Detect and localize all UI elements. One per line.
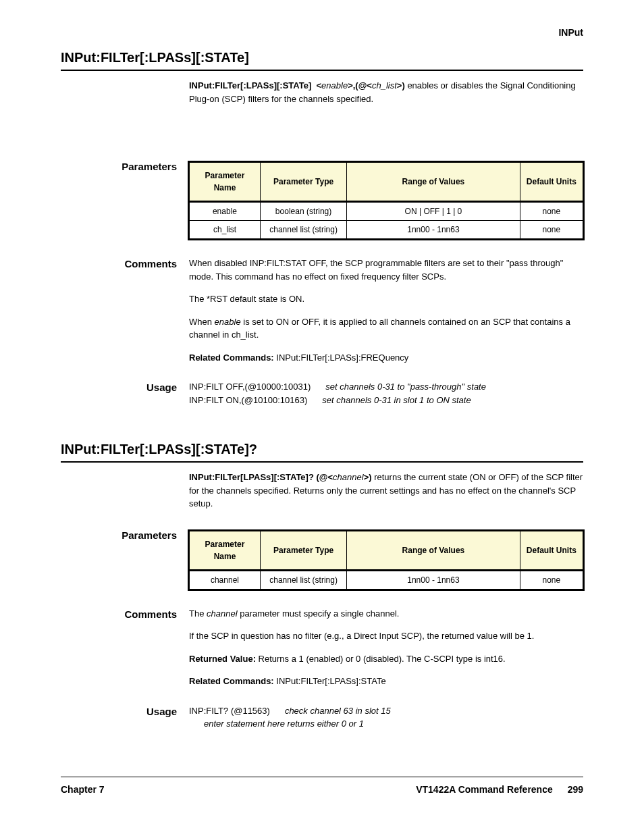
section1-syntax-block: INPut:FILTer[:LPASs][:STATe] <enable>,(@… <box>61 79 583 105</box>
comments-label: Comments <box>61 257 189 373</box>
usage-label: Usage <box>61 704 189 731</box>
col-type: Parameter Type <box>260 163 346 202</box>
parameters-label: Parameters <box>61 528 189 590</box>
footer-chapter: Chapter 7 <box>61 784 105 795</box>
usage-label: Usage <box>61 380 189 407</box>
list-item: The channel parameter must specify a sin… <box>189 607 583 621</box>
page-number: 299 <box>568 784 583 795</box>
section1-params-table: Parameter Name Parameter Type Range of V… <box>189 162 583 239</box>
document-page: INPut INPut:FILTer[:LPASs][:STATe] INPut… <box>0 0 644 834</box>
usage-row: enter statement here returns either 0 or… <box>189 717 583 731</box>
section2-syntax-block: INPut:FILTer[LPASs][:STATe]? (@<channel>… <box>61 471 583 511</box>
usage-row: INP:FILT OFF,(@10000:10031) set channels… <box>189 380 583 394</box>
section2-comment-list: The channel parameter must specify a sin… <box>189 607 583 688</box>
section2-comments: Comments The channel parameter must spec… <box>61 607 583 698</box>
section2-usage: Usage INP:FILT? (@11563) check channel 6… <box>61 704 583 731</box>
section1-comments: Comments When disabled INP:FILT:STAT OFF… <box>61 257 583 373</box>
table-row: ch_list channel list (string) 1nn00 - 1n… <box>190 221 583 239</box>
section2-heading: INPut:FILTer[:LPASs][:STATe]? <box>61 442 583 463</box>
section1-heading: INPut:FILTer[:LPASs][:STATe] <box>61 50 583 71</box>
list-item: The *RST default state is ON. <box>189 292 583 306</box>
parameters-label: Parameters <box>61 159 189 239</box>
col-units: Default Units <box>520 531 583 570</box>
list-item: Related Commands: INPut:FILTer[:LPASs]:S… <box>189 675 583 688</box>
section1-parameters: Parameters Parameter Name Parameter Type… <box>61 159 583 239</box>
section1-syntax: INPut:FILTer[:LPASs][:STATe] <enable>,(@… <box>189 80 407 90</box>
section2-syntax: INPut:FILTer[LPASs][:STATe]? (@<channel>… <box>189 472 374 482</box>
page-footer: Chapter 7 VT1422A Command Reference 299 <box>61 777 583 795</box>
col-type: Parameter Type <box>260 531 346 570</box>
col-name: Parameter Name <box>190 531 261 570</box>
usage-row: INP:FILT ON,(@10100:10163) set channels … <box>189 394 583 407</box>
col-name: Parameter Name <box>190 163 261 202</box>
table-row: channel channel list (string) 1nn00 - 1n… <box>190 570 583 589</box>
section1-usage: Usage INP:FILT OFF,(@10000:10031) set ch… <box>61 380 583 407</box>
comments-label: Comments <box>61 607 189 698</box>
col-range: Range of Values <box>347 163 520 202</box>
list-item: Related Commands: INPut:FILTer[:LPASs]:F… <box>189 351 583 365</box>
section2-parameters: Parameters Parameter Name Parameter Type… <box>61 528 583 590</box>
col-units: Default Units <box>520 163 583 202</box>
footer-title: VT1422A Command Reference 299 <box>416 784 583 795</box>
list-item: When enable is set to ON or OFF, it is a… <box>189 315 583 342</box>
usage-row: INP:FILT? (@11563) check channel 63 in s… <box>189 704 583 718</box>
list-item: If the SCP in question has no filter (e.… <box>189 629 583 643</box>
section1-comment-list: When disabled INP:FILT:STAT OFF, the SCP… <box>189 257 583 364</box>
list-item: When disabled INP:FILT:STAT OFF, the SCP… <box>189 257 583 283</box>
col-range: Range of Values <box>347 531 520 570</box>
table-row: enable boolean (string) ON | OFF | 1 | 0… <box>190 202 583 221</box>
list-item: Returned Value: Returns a 1 (enabled) or… <box>189 652 583 666</box>
section2-params-table: Parameter Name Parameter Type Range of V… <box>189 531 583 590</box>
top-category-label: INPut <box>61 27 583 38</box>
